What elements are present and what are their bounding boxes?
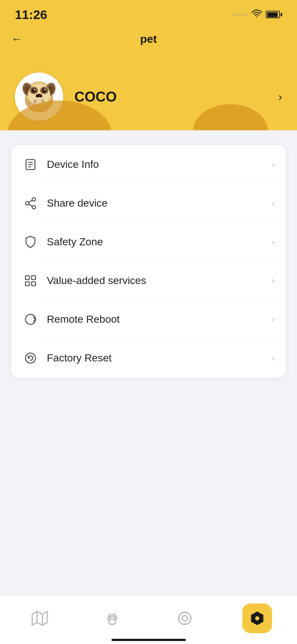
menu-chevron-device-info: › xyxy=(272,159,275,170)
svg-line-30 xyxy=(29,204,32,206)
menu-chevron-factory-reset: › xyxy=(272,353,275,363)
device-icon-active xyxy=(242,603,272,633)
menu-label-value-added: Value-added services xyxy=(47,275,272,287)
svg-line-31 xyxy=(29,200,32,203)
main-content: Device Info › Share device › xyxy=(0,145,297,448)
svg-point-22 xyxy=(193,104,268,130)
menu-label-safety-zone: Safety Zone xyxy=(47,236,272,248)
menu-label-factory-reset: Factory Reset xyxy=(47,352,272,364)
home-indicator xyxy=(112,639,186,641)
wifi-icon xyxy=(252,9,262,20)
status-bar: 11:26 xyxy=(0,0,297,26)
status-icons xyxy=(233,9,282,20)
svg-rect-35 xyxy=(32,282,36,286)
bottom-nav xyxy=(0,596,297,644)
paw-icon xyxy=(103,609,122,628)
menu-chevron-safety-zone: › xyxy=(272,237,275,247)
svg-rect-33 xyxy=(32,276,36,280)
share-nodes-icon xyxy=(22,195,39,211)
status-time: 11:26 xyxy=(15,7,47,22)
svg-rect-32 xyxy=(26,276,30,280)
menu-label-device-info: Device Info xyxy=(47,159,272,170)
nav-item-pets[interactable] xyxy=(76,609,149,628)
shield-icon xyxy=(22,234,39,250)
back-button[interactable]: ← xyxy=(11,33,22,45)
svg-point-47 xyxy=(182,615,188,621)
svg-point-0 xyxy=(256,16,258,17)
grid-plus-icon xyxy=(22,272,39,289)
menu-label-remote-reboot: Remote Reboot xyxy=(47,313,272,325)
battery-icon xyxy=(266,11,282,18)
svg-point-45 xyxy=(113,614,116,617)
nav-item-activity[interactable] xyxy=(149,609,221,628)
reset-circle-icon xyxy=(22,350,39,366)
menu-label-share-device: Share device xyxy=(47,197,272,209)
nav-item-map[interactable] xyxy=(4,609,76,628)
page-title: pet xyxy=(140,33,157,45)
svg-rect-34 xyxy=(26,282,30,286)
menu-chevron-share-device: › xyxy=(272,198,275,208)
map-icon xyxy=(30,609,49,628)
svg-point-28 xyxy=(26,202,29,205)
pet-profile[interactable]: COCO › xyxy=(0,56,297,130)
svg-point-27 xyxy=(32,198,36,201)
svg-point-21 xyxy=(7,101,112,130)
menu-item-remote-reboot[interactable]: Remote Reboot › xyxy=(11,300,286,339)
menu-item-device-info[interactable]: Device Info › xyxy=(11,145,286,184)
svg-point-29 xyxy=(32,205,36,209)
rotate-icon xyxy=(22,311,39,328)
document-list-icon xyxy=(22,156,39,173)
menu-item-safety-zone[interactable]: Safety Zone › xyxy=(11,223,286,261)
svg-point-46 xyxy=(178,612,191,624)
menu-item-factory-reset[interactable]: Factory Reset › xyxy=(11,339,286,377)
activity-icon xyxy=(175,609,194,628)
svg-marker-38 xyxy=(32,611,47,625)
menu-chevron-value-added: › xyxy=(272,275,275,286)
menu-chevron-remote-reboot: › xyxy=(272,314,275,325)
svg-point-44 xyxy=(109,614,112,617)
header: ← pet xyxy=(0,26,297,56)
menu-item-share-device[interactable]: Share device › xyxy=(11,184,286,223)
svg-point-52 xyxy=(255,616,259,620)
menu-card: Device Info › Share device › xyxy=(11,145,286,377)
signal-icon xyxy=(233,13,248,16)
nav-item-device[interactable] xyxy=(221,603,293,633)
menu-item-value-added[interactable]: Value-added services › xyxy=(11,261,286,300)
bg-decoration xyxy=(0,89,297,130)
